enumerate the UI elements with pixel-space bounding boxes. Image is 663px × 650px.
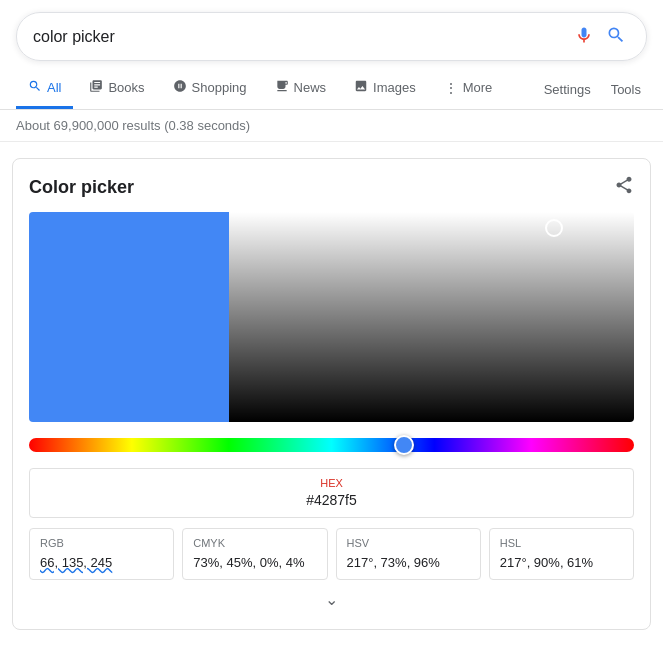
hue-slider[interactable]: [29, 438, 634, 452]
chevron-down-icon: ⌄: [325, 591, 338, 608]
hex-input[interactable]: [42, 492, 621, 508]
tab-news[interactable]: News: [263, 69, 339, 109]
black-gradient: [229, 212, 634, 422]
books-icon: [89, 79, 103, 96]
gradient-picker[interactable]: [229, 212, 634, 422]
rgb-value: 66, 135, 245: [40, 555, 112, 570]
tab-news-label: News: [294, 80, 327, 95]
hsl-box: HSL 217°, 90%, 61%: [489, 528, 634, 580]
picker-area[interactable]: [29, 212, 634, 422]
search-icon: [28, 79, 42, 96]
tab-shopping-label: Shopping: [192, 80, 247, 95]
shopping-icon: [173, 79, 187, 96]
tab-books[interactable]: Books: [77, 69, 156, 109]
images-icon: [354, 79, 368, 96]
share-icon[interactable]: [614, 175, 634, 200]
color-values: RGB 66, 135, 245 CMYK 73%, 45%, 0%, 4% H…: [29, 528, 634, 580]
cmyk-label: CMYK: [193, 537, 316, 549]
hex-label: HEX: [42, 477, 621, 489]
cmyk-value: 73%, 45%, 0%, 4%: [193, 555, 304, 570]
nav-settings: Settings Tools: [538, 74, 647, 105]
search-box: [16, 12, 647, 61]
card-title: Color picker: [29, 177, 134, 198]
search-input[interactable]: [33, 28, 566, 46]
tab-images-label: Images: [373, 80, 416, 95]
tab-all[interactable]: All: [16, 69, 73, 109]
tab-all-label: All: [47, 80, 61, 95]
card-header: Color picker: [29, 175, 634, 200]
settings-link[interactable]: Settings: [538, 74, 597, 105]
tools-link[interactable]: Tools: [605, 74, 647, 105]
hex-container: HEX: [29, 468, 634, 518]
tab-shopping[interactable]: Shopping: [161, 69, 259, 109]
hsv-value: 217°, 73%, 96%: [347, 555, 440, 570]
tab-images[interactable]: Images: [342, 69, 428, 109]
hsv-label: HSV: [347, 537, 470, 549]
expand-button[interactable]: ⌄: [29, 580, 634, 613]
search-button[interactable]: [602, 21, 630, 52]
hue-thumb[interactable]: [394, 435, 414, 455]
news-icon: [275, 79, 289, 96]
search-bar-area: [0, 0, 663, 69]
hsl-value: 217°, 90%, 61%: [500, 555, 593, 570]
cmyk-box: CMYK 73%, 45%, 0%, 4%: [182, 528, 327, 580]
mic-icon[interactable]: [574, 25, 594, 49]
hsv-box: HSV 217°, 73%, 96%: [336, 528, 481, 580]
color-picker-card: Color picker HEX RGB 66, 135, 245 CMYK 7…: [12, 158, 651, 630]
hsl-label: HSL: [500, 537, 623, 549]
hue-slider-container: [29, 434, 634, 456]
solid-color-preview: [29, 212, 229, 422]
rgb-box: RGB 66, 135, 245: [29, 528, 174, 580]
tab-more-label: More: [463, 80, 493, 95]
rgb-label: RGB: [40, 537, 163, 549]
tab-more[interactable]: ⋮ More: [432, 70, 505, 109]
tab-books-label: Books: [108, 80, 144, 95]
results-count: About 69,900,000 results (0.38 seconds): [0, 110, 663, 142]
nav-tabs: All Books Shopping News Images ⋮ More Se…: [0, 69, 663, 110]
more-dots-icon: ⋮: [444, 80, 458, 96]
